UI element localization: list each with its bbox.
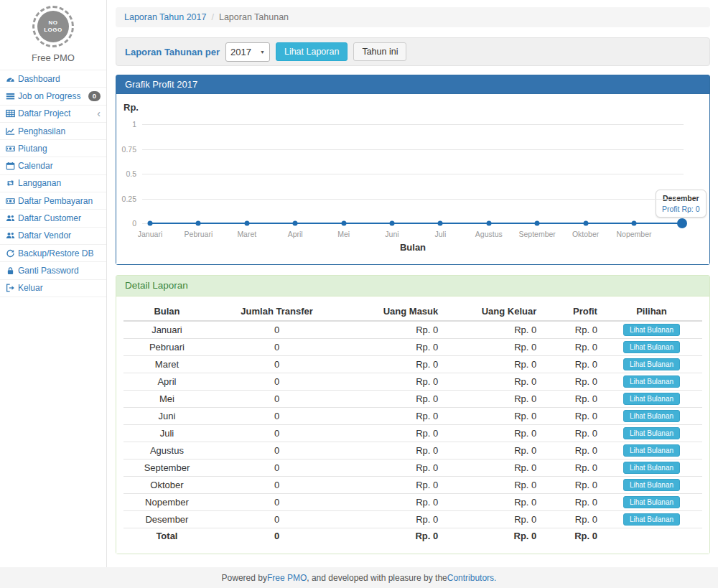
cell-uang-keluar: Rp. 0 xyxy=(442,425,540,442)
lihat-bulanan-button[interactable]: Lihat Bulanan xyxy=(623,358,680,370)
data-point-maret[interactable] xyxy=(244,221,249,226)
lihat-bulanan-button[interactable]: Lihat Bulanan xyxy=(623,444,680,457)
sidebar-item[interactable]: Daftar Vendor xyxy=(0,228,106,245)
data-point-agustus[interactable] xyxy=(486,221,491,226)
cell-uang-masuk: Rp. 0 xyxy=(343,459,442,477)
lihat-bulanan-button[interactable]: Lihat Bulanan xyxy=(623,462,680,474)
col-uang-keluar: Uang Keluar xyxy=(442,302,540,321)
x-tick-label: Mei xyxy=(337,230,350,238)
cell-bulan: Juli xyxy=(123,425,210,442)
no-logo-text: NO LOGO xyxy=(42,19,64,34)
cell-profit: Rp. 0 xyxy=(540,425,601,442)
y-axis-title: Rp. xyxy=(123,102,139,113)
refresh-icon xyxy=(6,248,18,258)
tasks-icon xyxy=(6,91,18,101)
col-jumlah-transfer: Jumlah Transfer xyxy=(210,302,343,321)
sidebar-item-label: Daftar Customer xyxy=(18,213,81,223)
logo: NO LOGO Free PMO xyxy=(0,0,106,63)
breadcrumb-separator: / xyxy=(211,12,213,22)
cell-profit: Rp. 0 xyxy=(540,373,601,391)
y-tick-label: 1 xyxy=(116,120,136,129)
data-point-september[interactable] xyxy=(535,221,540,226)
cell-bulan: Agustus xyxy=(123,442,210,459)
cell-profit: Rp. 0 xyxy=(540,391,601,408)
cell-bulan: Oktober xyxy=(123,477,210,494)
lihat-bulanan-button[interactable]: Lihat Bulanan xyxy=(623,496,680,508)
col-uang-masuk: Uang Masuk xyxy=(343,302,442,321)
contributors-link[interactable]: Contributors. xyxy=(447,573,497,583)
cell-uang-masuk: Rp. 0 xyxy=(343,442,442,459)
cell-uang-masuk: Rp. 0 xyxy=(343,408,442,425)
cell-uang-keluar: Rp. 0 xyxy=(442,459,540,477)
data-point-pebruari[interactable] xyxy=(196,221,201,226)
table-row: Desember 0 Rp. 0 Rp. 0 Rp. 0 Lihat Bulan… xyxy=(123,511,702,528)
col-bulan: Bulan xyxy=(123,302,210,321)
page-footer: Powered by Free PMO , and developed with… xyxy=(0,567,718,588)
sidebar-item[interactable]: Piutang xyxy=(0,140,106,157)
sidebar-item[interactable]: Dashboard xyxy=(0,70,106,88)
data-point-juli[interactable] xyxy=(438,221,443,226)
sidebar-item[interactable]: Calendar xyxy=(0,157,106,174)
lihat-bulanan-button[interactable]: Lihat Bulanan xyxy=(623,427,680,439)
cell-jumlah-transfer: 0 xyxy=(210,356,343,373)
sidebar-item[interactable]: Daftar Customer xyxy=(0,210,106,227)
breadcrumb-link[interactable]: Laporan Tahun 2017 xyxy=(124,12,206,22)
cell-uang-keluar: Rp. 0 xyxy=(442,356,540,373)
cell-uang-masuk: Rp. 0 xyxy=(343,391,442,408)
cell-bulan: Maret xyxy=(123,356,210,373)
sidebar-item-label: Daftar Vendor xyxy=(18,230,71,241)
no-logo-badge: NO LOGO xyxy=(32,6,74,47)
cell-bulan: Desember xyxy=(123,511,210,528)
sidebar-item[interactable]: Daftar Project ‹ xyxy=(0,106,106,123)
table-header-row: Bulan Jumlah Transfer Uang Masuk Uang Ke… xyxy=(123,302,702,321)
data-point-desember[interactable] xyxy=(677,218,687,228)
data-point-juni[interactable] xyxy=(390,221,395,226)
sidebar-item[interactable]: Job on Progress 0 xyxy=(0,88,106,105)
profit-line xyxy=(150,223,682,224)
data-point-nopember[interactable] xyxy=(632,221,637,226)
free-pmo-link[interactable]: Free PMO xyxy=(267,573,307,583)
table-row: Nopember 0 Rp. 0 Rp. 0 Rp. 0 Lihat Bulan… xyxy=(123,494,702,511)
cell-jumlah-transfer: 0 xyxy=(210,459,343,477)
sidebar-item[interactable]: Langganan xyxy=(0,175,106,192)
table-row: Maret 0 Rp. 0 Rp. 0 Rp. 0 Lihat Bulanan xyxy=(123,356,702,373)
report-table: Bulan Jumlah Transfer Uang Masuk Uang Ke… xyxy=(123,302,702,543)
calendar-icon xyxy=(6,162,18,171)
data-point-oktober[interactable] xyxy=(583,221,588,226)
col-profit: Profit xyxy=(540,302,601,321)
x-tick-label: April xyxy=(288,230,303,238)
gridline xyxy=(142,124,684,125)
year-filter-bar: Laporan Tahunan per 2017 ▼ Lihat Laporan… xyxy=(116,37,710,66)
x-tick-label: Juli xyxy=(435,230,447,238)
lihat-laporan-button[interactable]: Lihat Laporan xyxy=(276,42,348,61)
sidebar-item[interactable]: Keluar xyxy=(0,280,106,297)
sidebar-item-label: Backup/Restore DB xyxy=(18,248,93,258)
cell-jumlah-transfer: 0 xyxy=(210,494,343,511)
sidebar-item[interactable]: Ganti Password xyxy=(0,262,106,279)
lihat-bulanan-button[interactable]: Lihat Bulanan xyxy=(623,375,680,388)
sidebar-item[interactable]: Backup/Restore DB xyxy=(0,245,106,262)
sidebar-item-label: Ganti Password xyxy=(18,266,79,276)
lihat-bulanan-button[interactable]: Lihat Bulanan xyxy=(623,410,680,422)
lihat-bulanan-button[interactable]: Lihat Bulanan xyxy=(623,341,680,353)
table-row: Januari 0 Rp. 0 Rp. 0 Rp. 0 Lihat Bulana… xyxy=(123,321,702,339)
dashboard-icon xyxy=(6,74,18,83)
lihat-bulanan-button[interactable]: Lihat Bulanan xyxy=(623,513,680,526)
data-point-januari[interactable] xyxy=(148,221,153,226)
tahun-ini-button[interactable]: Tahun ini xyxy=(353,42,406,61)
cell-uang-masuk: Rp. 0 xyxy=(343,321,442,339)
total-uang-masuk: Rp. 0 xyxy=(343,528,442,544)
lihat-bulanan-button[interactable]: Lihat Bulanan xyxy=(623,393,680,405)
sidebar-item[interactable]: Penghasilan xyxy=(0,123,106,140)
year-select[interactable]: 2017 ▼ xyxy=(225,42,270,62)
cell-jumlah-transfer: 0 xyxy=(210,477,343,494)
y-tick-label: 0.25 xyxy=(116,195,136,203)
lihat-bulanan-button[interactable]: Lihat Bulanan xyxy=(623,324,680,336)
total-uang-keluar: Rp. 0 xyxy=(442,528,540,544)
table-row: Pebruari 0 Rp. 0 Rp. 0 Rp. 0 Lihat Bulan… xyxy=(123,339,702,356)
table-row: April 0 Rp. 0 Rp. 0 Rp. 0 Lihat Bulanan xyxy=(123,373,702,391)
data-point-april[interactable] xyxy=(293,221,298,226)
data-point-mei[interactable] xyxy=(341,221,346,226)
lihat-bulanan-button[interactable]: Lihat Bulanan xyxy=(623,479,680,491)
sidebar-item[interactable]: Daftar Pembayaran xyxy=(0,192,106,210)
